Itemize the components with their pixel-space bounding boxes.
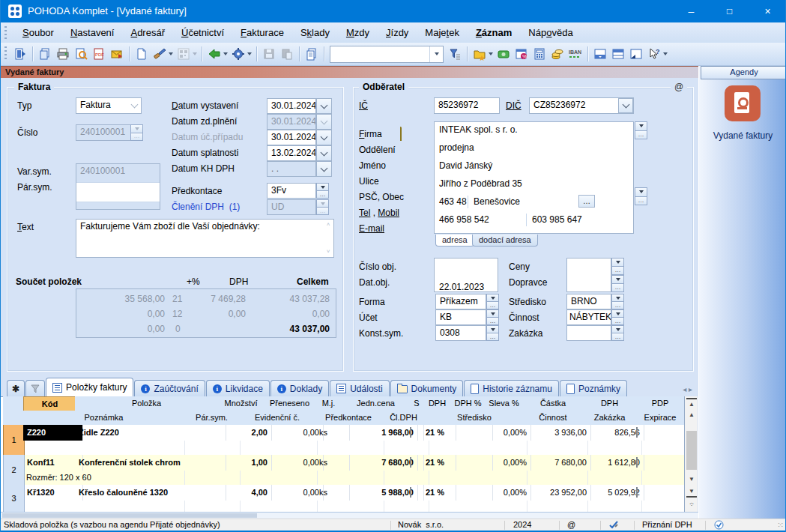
- pdf-export-button[interactable]: PDF: [90, 45, 108, 63]
- undo-button[interactable]: [205, 45, 229, 63]
- row-2-jedncena[interactable]: 7 680,00: [342, 455, 418, 471]
- row-2-dph-castka[interactable]: 1 612,80: [583, 455, 644, 471]
- tab-adresa[interactable]: adresa: [435, 235, 474, 247]
- datum-ucpripadu-dropdown[interactable]: [316, 130, 332, 145]
- predkontace-combobox[interactable]: 3Fv: [267, 183, 316, 199]
- row-3-preneseno[interactable]: 0,00: [264, 485, 324, 501]
- email-at-icon[interactable]: @: [671, 82, 687, 92]
- cislo-obj-input[interactable]: [435, 259, 498, 279]
- row-2-castka[interactable]: 7 680,00: [523, 455, 591, 471]
- row-2-poznamka[interactable]: Rozměr: 120 x 60: [23, 471, 91, 484]
- col-kod[interactable]: Kód: [23, 396, 76, 412]
- table-horizontal-scrollbar[interactable]: [1, 512, 698, 519]
- psc-value[interactable]: 463 48: [439, 196, 467, 207]
- parsym-input[interactable]: [76, 182, 160, 202]
- zakazka-combobox[interactable]: [566, 325, 611, 341]
- tab-dodaci-adresa[interactable]: dodací adresa: [472, 235, 538, 247]
- col-cinnost[interactable]: Činnost: [523, 411, 584, 426]
- menu-nastaveni[interactable]: Nastavení: [62, 24, 123, 41]
- edit-record-button[interactable]: [151, 45, 175, 63]
- ulice-value[interactable]: Jiřího z Poděbrad 35: [435, 176, 633, 194]
- row-2-s-checkbox[interactable]: [410, 455, 424, 471]
- firma-value[interactable]: INTEAK spol. s r. o.: [435, 122, 633, 140]
- forma-ellipsis-icon[interactable]: …: [486, 301, 499, 309]
- row-1-number[interactable]: 1: [3, 425, 25, 456]
- actions-gear-button[interactable]: [229, 45, 253, 63]
- resize-grip[interactable]: ⁙: [777, 520, 784, 530]
- table-vertical-scrollbar[interactable]: ▲ ▲ ▼ ▼ ⁘: [684, 396, 698, 512]
- col-preneseno[interactable]: Přeneseno: [264, 396, 316, 411]
- row-2-pdp-checkbox[interactable]: [636, 455, 685, 471]
- tab-star[interactable]: ✱: [7, 380, 25, 396]
- filter-button[interactable]: [446, 45, 464, 63]
- scroll-down-icon[interactable]: ▼: [686, 474, 697, 484]
- oddeleni-value[interactable]: prodejna: [435, 140, 633, 158]
- col-s[interactable]: S: [410, 396, 424, 411]
- row-1-polozka[interactable]: Židle Z220: [75, 425, 226, 441]
- row-2-preneseno[interactable]: 0,00: [264, 455, 324, 471]
- col-mj[interactable]: M.j.: [315, 396, 342, 411]
- row-3-dph-castka[interactable]: 5 029,92: [583, 485, 644, 501]
- maximize-button[interactable]: □: [710, 0, 749, 22]
- menu-soubor[interactable]: Soubor: [14, 24, 62, 41]
- email-value[interactable]: info@inteak.cz: [435, 230, 633, 234]
- dopravce-ellipsis-icon[interactable]: …: [611, 283, 624, 292]
- row-1-pdp-checkbox[interactable]: [636, 425, 685, 441]
- tel-mobil-row[interactable]: 466 958 542 603 985 647: [435, 212, 633, 230]
- col-cldph[interactable]: Čl.DPH: [381, 411, 426, 426]
- coins-button[interactable]: [548, 45, 566, 63]
- col-mnozstvi[interactable]: Množství: [218, 396, 264, 411]
- panel-bottom-toggle-button[interactable]: [591, 45, 609, 63]
- email-label[interactable]: E-mail: [359, 223, 384, 234]
- col-castka[interactable]: Částka: [523, 396, 584, 411]
- iban-button[interactable]: IBAN: [566, 45, 584, 63]
- menu-ucetnictvi[interactable]: Účetnictví: [173, 24, 232, 41]
- copy-record-button[interactable]: [36, 45, 54, 63]
- tel-value[interactable]: 466 958 542: [439, 214, 489, 225]
- col-poznamka[interactable]: Poznámka: [23, 411, 185, 426]
- hscroll-thumb[interactable]: [2, 513, 257, 518]
- tab-dokumenty[interactable]: Dokumenty: [390, 380, 464, 396]
- firma-ellipsis-icon[interactable]: …: [635, 130, 647, 140]
- dic-label[interactable]: DIČ: [506, 100, 522, 111]
- new-record-button[interactable]: [133, 45, 151, 63]
- document-folder-button[interactable]: [471, 45, 495, 63]
- typ-dropdown-icon[interactable]: [128, 99, 140, 112]
- row-1-dph-castka[interactable]: 826,56: [583, 425, 644, 441]
- konst-ellipsis-icon[interactable]: …: [486, 333, 499, 341]
- scroll-thumb[interactable]: [686, 431, 697, 470]
- jmeno-value[interactable]: David Jánský: [435, 158, 633, 176]
- row-3-number[interactable]: 3: [3, 485, 25, 513]
- ceny-dopravce-box[interactable]: [566, 258, 611, 292]
- menu-fakturace[interactable]: Fakturace: [232, 24, 292, 41]
- row-1-preneseno[interactable]: 0,00: [264, 425, 324, 441]
- address-ellipsis-icon[interactable]: …: [635, 196, 647, 206]
- cinnost-combobox[interactable]: NÁBYTEK: [566, 309, 611, 325]
- col-pdp[interactable]: PDP: [636, 396, 685, 411]
- menu-sklady[interactable]: Sklady: [292, 24, 338, 41]
- tab-zauctovani[interactable]: iZaúčtování: [134, 380, 205, 396]
- minimize-button[interactable]: –: [672, 0, 710, 22]
- undo-dropdown-caret[interactable]: [223, 52, 228, 55]
- row-1-castka[interactable]: 3 936,00: [523, 425, 591, 441]
- tab-historie-zaznamu[interactable]: Historie záznamu: [464, 380, 559, 396]
- dic-dropdown-icon[interactable]: [618, 98, 633, 113]
- print-preview-button[interactable]: [72, 45, 90, 63]
- textarea-scroll-down-icon[interactable]: ˅: [324, 249, 333, 255]
- col-expirace[interactable]: Expirace: [636, 411, 685, 426]
- zakazka-ellipsis-icon[interactable]: …: [611, 333, 624, 341]
- help-dropdown-caret[interactable]: [663, 52, 668, 55]
- col-dph2[interactable]: DPH: [583, 396, 637, 411]
- row-1-kod-cell-selected[interactable]: Z220: [23, 425, 83, 441]
- col-parsym[interactable]: Pár.sym.: [184, 411, 240, 426]
- menu-majetek[interactable]: Majetek: [417, 24, 468, 41]
- col-evidencni[interactable]: Evidenční č.: [239, 411, 316, 426]
- tab-scroll-arrows[interactable]: ◂ ▸: [683, 385, 692, 393]
- col-zakazka[interactable]: Zakázka: [583, 411, 637, 426]
- tel-mobil-label[interactable]: Tel , Mobil: [359, 208, 399, 218]
- agenda-item-label[interactable]: Vydané faktury: [699, 130, 786, 141]
- row-3-pdp-checkbox[interactable]: [636, 485, 685, 501]
- scroll-resize-icon[interactable]: ⁘: [686, 500, 697, 510]
- scroll-to-bottom-icon[interactable]: ▼: [686, 486, 697, 498]
- ic-label[interactable]: IČ: [359, 100, 368, 111]
